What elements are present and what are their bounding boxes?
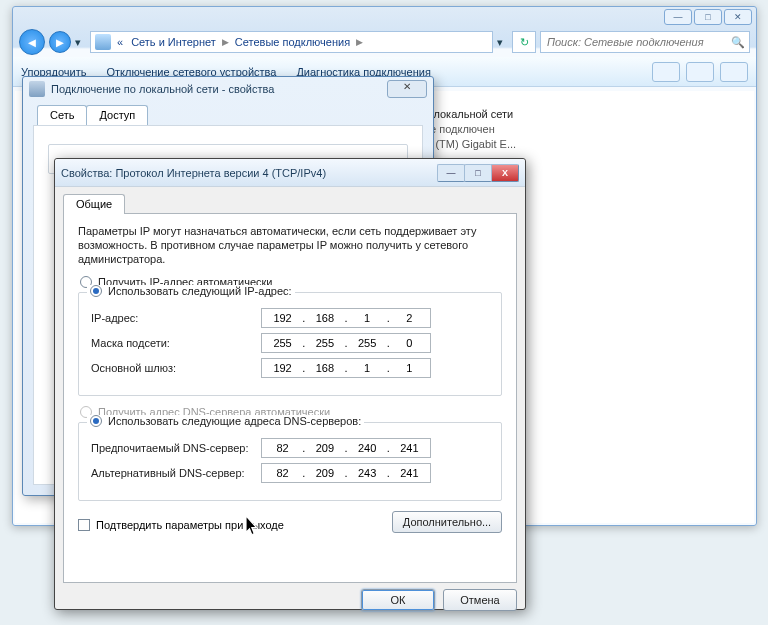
label-dns1: Предпочитаемый DNS-сервер: [91, 442, 261, 454]
static-dns-group: Использовать следующие адреса DNS-сервер… [78, 422, 502, 501]
network-icon [29, 81, 45, 97]
gateway-input[interactable]: 192. 168. 1. 1 [261, 358, 431, 378]
address-dropdown[interactable]: ▾ [497, 36, 508, 49]
general-panel: Параметры IP могут назначаться автоматич… [63, 213, 517, 583]
search-icon: 🔍 [731, 36, 745, 49]
octet[interactable]: 241 [394, 442, 424, 454]
breadcrumb-item[interactable]: Сеть и Интернет [129, 36, 218, 48]
breadcrumb-sep: « [115, 36, 125, 48]
close-button[interactable]: ✕ [387, 80, 427, 98]
search-input[interactable] [545, 35, 715, 49]
back-button[interactable]: ◄ [19, 29, 45, 55]
dialog-title: Подключение по локальной сети - свойства [51, 83, 274, 95]
radio-icon [90, 285, 102, 297]
octet[interactable]: 255 [268, 337, 298, 349]
preview-pane-button[interactable] [686, 62, 714, 82]
close-button[interactable]: X [491, 164, 519, 182]
preferred-dns-input[interactable]: 82. 209. 240. 241 [261, 438, 431, 458]
octet[interactable]: 192 [268, 312, 298, 324]
octet[interactable]: 209 [310, 442, 340, 454]
description-text: Параметры IP могут назначаться автоматич… [78, 224, 502, 266]
octet[interactable]: 243 [352, 467, 382, 479]
ip-address-input[interactable]: 192. 168. 1. 2 [261, 308, 431, 328]
static-ip-group: Использовать следующий IP-адрес: IP-адре… [78, 292, 502, 396]
radio-label: Использовать следующий IP-адрес: [108, 285, 292, 297]
chevron-right-icon: ▶ [222, 37, 229, 47]
help-button[interactable] [720, 62, 748, 82]
octet[interactable]: 168 [310, 312, 340, 324]
subnet-mask-input[interactable]: 255. 255. 255. 0 [261, 333, 431, 353]
address-bar[interactable]: « Сеть и Интернет ▶ Сетевые подключения … [90, 31, 493, 53]
ipv4-properties-dialog: Свойства: Протокол Интернета версии 4 (T… [54, 158, 526, 610]
octet[interactable]: 255 [310, 337, 340, 349]
checkbox-icon [78, 519, 90, 531]
octet[interactable]: 1 [352, 362, 382, 374]
close-button[interactable]: ✕ [724, 9, 752, 25]
chevron-right-icon: ▶ [356, 37, 363, 47]
radio-manual-dns[interactable]: Использовать следующие адреса DNS-сервер… [87, 415, 364, 427]
alternate-dns-input[interactable]: 82. 209. 243. 241 [261, 463, 431, 483]
minimize-button[interactable]: — [664, 9, 692, 25]
radio-label: Использовать следующие адреса DNS-сервер… [108, 415, 361, 427]
octet[interactable]: 240 [352, 442, 382, 454]
search-box[interactable]: 🔍 [540, 31, 750, 53]
label-gateway: Основной шлюз: [91, 362, 261, 374]
octet[interactable]: 209 [310, 467, 340, 479]
nav-history-dropdown[interactable]: ▾ [75, 36, 86, 49]
breadcrumb-item[interactable]: Сетевые подключения [233, 36, 352, 48]
radio-icon [90, 415, 102, 427]
dialog-title: Свойства: Протокол Интернета версии 4 (T… [61, 167, 326, 179]
octet[interactable]: 1 [352, 312, 382, 324]
minimize-button[interactable]: — [437, 164, 465, 182]
refresh-button[interactable]: ↻ [512, 31, 536, 53]
octet[interactable]: 0 [394, 337, 424, 349]
tab-general[interactable]: Общие [63, 194, 125, 214]
forward-button[interactable]: ► [49, 31, 71, 53]
octet[interactable]: 168 [310, 362, 340, 374]
octet[interactable]: 255 [352, 337, 382, 349]
octet[interactable]: 82 [268, 442, 298, 454]
ok-button[interactable]: ОК [361, 589, 435, 611]
radio-manual-ip[interactable]: Использовать следующий IP-адрес: [87, 285, 295, 297]
label-ip: IP-адрес: [91, 312, 261, 324]
label-mask: Маска подсети: [91, 337, 261, 349]
cancel-button[interactable]: Отмена [443, 589, 517, 611]
validate-checkbox[interactable]: Подтвердить параметры при выходе [78, 519, 284, 531]
label-dns2: Альтернативный DNS-сервер: [91, 467, 261, 479]
tab-access[interactable]: Доступ [86, 105, 148, 125]
octet[interactable]: 192 [268, 362, 298, 374]
octet[interactable]: 82 [268, 467, 298, 479]
advanced-button[interactable]: Дополнительно... [392, 511, 502, 533]
octet[interactable]: 2 [394, 312, 424, 324]
checkbox-label: Подтвердить параметры при выходе [96, 519, 284, 531]
view-options-button[interactable] [652, 62, 680, 82]
maximize-button[interactable]: □ [694, 9, 722, 25]
octet[interactable]: 241 [394, 467, 424, 479]
octet[interactable]: 1 [394, 362, 424, 374]
maximize-button[interactable]: □ [464, 164, 492, 182]
tab-network[interactable]: Сеть [37, 105, 87, 125]
location-icon [95, 34, 111, 50]
